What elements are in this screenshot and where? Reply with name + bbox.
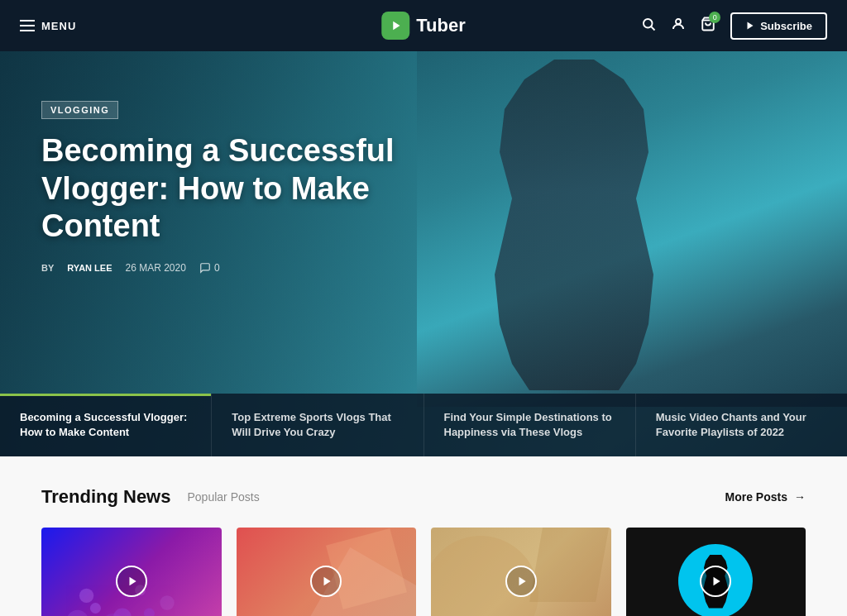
sidebar-tab-wrapper: Tuber Demos bbox=[754, 241, 847, 266]
hero-author: RYAN LEE bbox=[67, 263, 112, 273]
trending-card-3[interactable] bbox=[431, 528, 611, 616]
trending-section: Trending News Popular Posts More Posts → bbox=[0, 456, 847, 616]
more-posts-label: More Posts bbox=[725, 490, 787, 504]
trending-cards bbox=[41, 528, 806, 616]
slide-item-1[interactable]: Becoming a Successful Vlogger: How to Ma… bbox=[0, 394, 212, 456]
hero-slider-nav: Becoming a Successful Vlogger: How to Ma… bbox=[0, 394, 847, 456]
svg-marker-5 bbox=[748, 22, 754, 30]
more-posts-arrow: → bbox=[794, 490, 806, 504]
menu-button[interactable]: MENU bbox=[20, 20, 76, 32]
logo-icon bbox=[381, 12, 409, 40]
play-button-1[interactable] bbox=[116, 566, 147, 597]
svg-point-3 bbox=[676, 19, 681, 24]
by-label: BY bbox=[41, 263, 54, 273]
play-button-3[interactable] bbox=[505, 566, 537, 597]
logo-text: Tuber bbox=[416, 15, 465, 36]
more-posts-link[interactable]: More Posts → bbox=[725, 490, 806, 504]
slide-item-2[interactable]: Top Extreme Sports Vlogs That Will Drive… bbox=[212, 394, 424, 456]
svg-point-11 bbox=[160, 595, 174, 609]
play-button-4[interactable] bbox=[700, 566, 731, 597]
slide-item-3[interactable]: Find Your Simple Destinations to Happine… bbox=[424, 394, 636, 456]
hero-image bbox=[417, 51, 847, 407]
svg-marker-17 bbox=[714, 577, 720, 586]
slide-3-text: Find Your Simple Destinations to Happine… bbox=[444, 410, 615, 440]
header-actions: 0 Subscribe bbox=[641, 12, 827, 40]
play-button-2[interactable] bbox=[310, 566, 342, 597]
cart-icon[interactable]: 0 bbox=[701, 17, 715, 36]
slide-item-4[interactable]: Music Video Chants and Your Favorite Pla… bbox=[636, 394, 847, 456]
menu-label: MENU bbox=[41, 20, 76, 32]
trending-card-4[interactable] bbox=[626, 528, 806, 616]
slide-4-text: Music Video Chants and Your Favorite Pla… bbox=[656, 410, 827, 440]
svg-point-1 bbox=[644, 19, 653, 28]
hero-content: VLOGGING Becoming a Successful Vlogger: … bbox=[0, 51, 466, 274]
svg-point-9 bbox=[144, 609, 155, 617]
trending-header: Trending News Popular Posts More Posts → bbox=[41, 486, 806, 508]
hero-section: VLOGGING Becoming a Successful Vlogger: … bbox=[0, 51, 847, 456]
svg-point-10 bbox=[67, 610, 89, 616]
trending-card-1[interactable] bbox=[41, 528, 222, 616]
svg-marker-0 bbox=[393, 21, 400, 31]
logo[interactable]: Tuber bbox=[381, 12, 465, 40]
trending-title-group: Trending News Popular Posts bbox=[41, 486, 260, 508]
hero-comments: 0 bbox=[199, 262, 220, 274]
svg-line-2 bbox=[652, 26, 655, 30]
hero-meta: BY RYAN LEE 26 MAR 2020 0 bbox=[41, 262, 424, 274]
cart-badge: 0 bbox=[709, 12, 720, 23]
popular-posts-label: Popular Posts bbox=[187, 490, 259, 504]
comment-count: 0 bbox=[214, 262, 220, 274]
header: MENU Tuber 0 Subs bbox=[0, 0, 847, 51]
hamburger-icon bbox=[20, 20, 35, 31]
trending-card-2[interactable] bbox=[237, 528, 417, 616]
hero-category-badge[interactable]: VLOGGING bbox=[41, 101, 118, 119]
hero-date: 26 MAR 2020 bbox=[125, 262, 185, 274]
svg-marker-16 bbox=[519, 577, 525, 586]
hero-title: Becoming a Successful Vlogger: How to Ma… bbox=[41, 132, 424, 246]
subscribe-button[interactable]: Subscribe bbox=[730, 12, 827, 40]
search-icon[interactable] bbox=[641, 17, 656, 36]
svg-point-6 bbox=[90, 603, 101, 614]
slide-2-text: Top Extreme Sports Vlogs That Will Drive… bbox=[232, 410, 403, 440]
svg-marker-15 bbox=[324, 577, 331, 586]
slide-1-text: Becoming a Successful Vlogger: How to Ma… bbox=[20, 410, 191, 440]
user-icon[interactable] bbox=[671, 17, 686, 36]
svg-marker-14 bbox=[129, 577, 136, 586]
svg-point-8 bbox=[79, 589, 93, 603]
trending-title: Trending News bbox=[41, 486, 170, 508]
